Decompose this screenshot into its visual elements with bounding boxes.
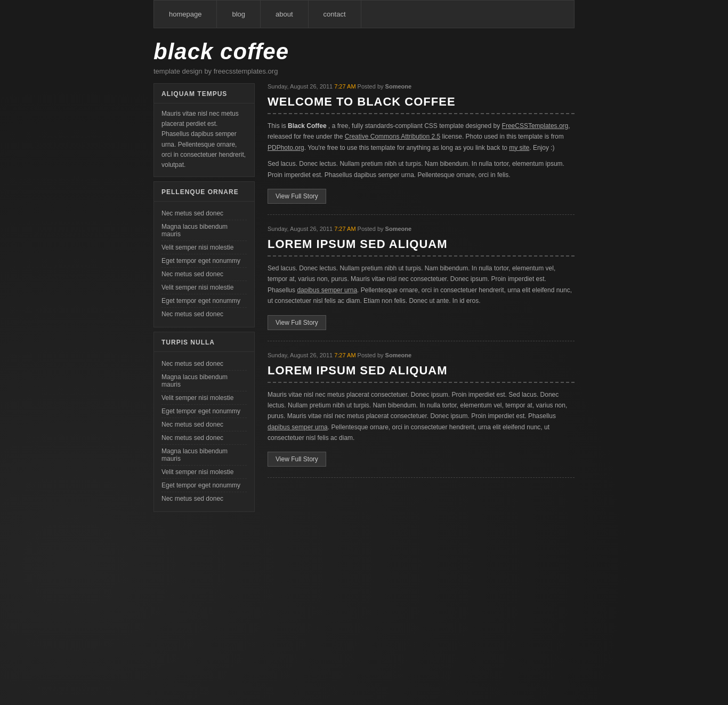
sidebar-heading: ALIQUAM TEMPUS <box>154 84 254 103</box>
post-title: LOREM IPSUM SED ALIQUAM <box>268 364 575 378</box>
post-1: Sunday, August 26, 2011 7:27 AM Posted b… <box>268 83 575 215</box>
sidebar-block-pellenque-ornare: PELLENQUE ORNARENec metus sed donecMagna… <box>153 181 255 327</box>
site-title: black coffee <box>153 39 575 65</box>
sidebar-heading: PELLENQUE ORNARE <box>154 182 254 202</box>
list-item: Nec metus sed donec <box>161 357 247 371</box>
post-paragraph: Sed lacus. Donec lectus. Nullam pretium … <box>268 158 575 180</box>
nav-item: blog <box>217 1 261 28</box>
post-date: Sunday, August 26, 2011 <box>268 352 333 358</box>
post-paragraph: Sed lacus. Donec lectus. Nullam pretium … <box>268 263 575 307</box>
list-item: Eget tempor eget nonummy <box>161 254 247 268</box>
sidebar-heading: TURPIS NULLA <box>154 332 254 352</box>
site-header: black coffee template design by freecsst… <box>153 28 575 83</box>
list-item: Nec metus sed donec <box>161 492 247 505</box>
list-item: Magna lacus bibendum mauris <box>161 220 247 241</box>
sidebar-list: Nec metus sed donecMagna lacus bibendum … <box>154 207 254 321</box>
post-title: WELCOME TO BLACK COFFEE <box>268 95 575 109</box>
post-2: Sunday, August 26, 2011 7:27 AM Posted b… <box>268 226 575 341</box>
post-meta: Sunday, August 26, 2011 7:27 AM Posted b… <box>268 83 575 90</box>
content-wrapper: ALIQUAM TEMPUSMauris vitae nisl nec metu… <box>153 83 575 516</box>
post-title: LOREM IPSUM SED ALIQUAM <box>268 237 575 251</box>
nav-link-about[interactable]: about <box>261 1 309 28</box>
view-full-story-button[interactable]: View Full Story <box>268 189 326 204</box>
post-meta: Sunday, August 26, 2011 7:27 AM Posted b… <box>268 352 575 358</box>
list-item: Nec metus sed donec <box>161 431 247 445</box>
list-item: Nec metus sed donec <box>161 268 247 281</box>
sidebar-text: Mauris vitae nisl nec metus placerat per… <box>154 109 254 170</box>
nav-link-contact[interactable]: contact <box>309 1 361 28</box>
main-nav: homepageblogaboutcontact <box>153 0 575 28</box>
post-divider <box>268 113 575 114</box>
list-item: Eget tempor eget nonummy <box>161 294 247 308</box>
sidebar: ALIQUAM TEMPUSMauris vitae nisl nec metu… <box>153 83 260 516</box>
post-time: 7:27 AM <box>334 226 355 232</box>
post-posted-by: Posted by <box>358 352 384 358</box>
post-3: Sunday, August 26, 2011 7:27 AM Posted b… <box>268 352 575 478</box>
list-item: Velit semper nisi molestie <box>161 281 247 294</box>
view-full-story-button[interactable]: View Full Story <box>268 315 326 330</box>
list-item: Magna lacus bibendum mauris <box>161 371 247 391</box>
post-date: Sunday, August 26, 2011 <box>268 83 333 90</box>
nav-item: about <box>261 1 309 28</box>
list-item: Magna lacus bibendum mauris <box>161 445 247 466</box>
sidebar-block-turpis-nulla: TURPIS NULLANec metus sed donecMagna lac… <box>153 332 255 512</box>
nav-link-blog[interactable]: blog <box>217 1 261 28</box>
nav-list: homepageblogaboutcontact <box>154 1 574 28</box>
sidebar-block-aliquam-tempus: ALIQUAM TEMPUSMauris vitae nisl nec metu… <box>153 83 255 177</box>
post-posted-by: Posted by <box>358 83 384 90</box>
list-item: Nec metus sed donec <box>161 207 247 220</box>
post-date: Sunday, August 26, 2011 <box>268 226 333 232</box>
post-author: Someone <box>385 352 412 358</box>
nav-item: contact <box>309 1 361 28</box>
list-item: Velit semper nisi molestie <box>161 391 247 405</box>
site-subtitle: template design by freecsstemplates.org <box>153 67 575 75</box>
sidebar-blocks: ALIQUAM TEMPUSMauris vitae nisl nec metu… <box>153 83 255 512</box>
post-divider <box>268 255 575 257</box>
post-author: Someone <box>385 83 412 90</box>
post-author: Someone <box>385 226 412 232</box>
post-time: 7:27 AM <box>334 83 355 90</box>
list-item: Eget tempor eget nonummy <box>161 479 247 492</box>
list-item: Velit semper nisi molestie <box>161 241 247 254</box>
post-time: 7:27 AM <box>334 352 355 358</box>
posts-container: Sunday, August 26, 2011 7:27 AM Posted b… <box>268 83 575 478</box>
list-item: Velit semper nisi molestie <box>161 466 247 479</box>
post-meta: Sunday, August 26, 2011 7:27 AM Posted b… <box>268 226 575 232</box>
nav-item: homepage <box>154 1 217 28</box>
list-item: Nec metus sed donec <box>161 308 247 321</box>
post-paragraph: This is Black Coffee , a free, fully sta… <box>268 121 575 153</box>
post-paragraph: Mauris vitae nisl nec metus placerat con… <box>268 389 575 444</box>
post-divider <box>268 382 575 383</box>
view-full-story-button[interactable]: View Full Story <box>268 452 326 467</box>
sidebar-list: Nec metus sed donecMagna lacus bibendum … <box>154 357 254 505</box>
nav-link-homepage[interactable]: homepage <box>154 1 217 28</box>
list-item: Eget tempor eget nonummy <box>161 405 247 418</box>
post-posted-by: Posted by <box>358 226 384 232</box>
list-item: Nec metus sed donec <box>161 418 247 431</box>
main-content: Sunday, August 26, 2011 7:27 AM Posted b… <box>260 83 575 516</box>
